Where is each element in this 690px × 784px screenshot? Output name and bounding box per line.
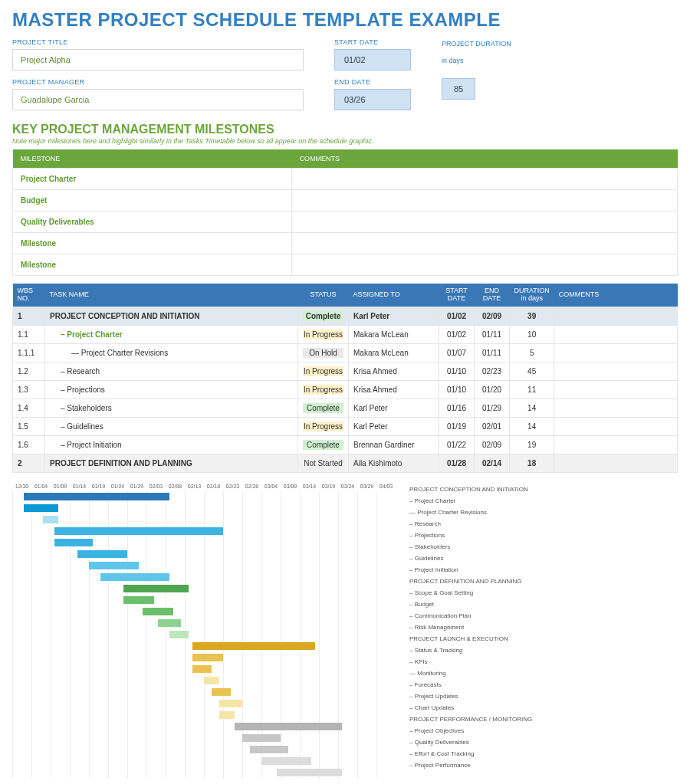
gantt-bar-row [12,710,396,721]
gantt-axis: 12/3001/0401/0901/1401/1901/2401/2902/03… [12,484,396,489]
milestone-row[interactable]: Milestone [13,233,678,254]
tasks-table: WBS NO. TASK NAME STATUS ASSIGNED TO STA… [12,284,678,473]
col-assigned: ASSIGNED TO [349,284,439,307]
task-row[interactable]: 2 PROJECT DEFINITION AND PLANNING Not St… [13,454,678,472]
end-date-input[interactable]: 03/26 [334,89,411,110]
col-taskname: TASK NAME [45,284,298,307]
gantt-bar-row [12,560,396,572]
gantt-row-label: PROJECT DEFINITION AND PLANNING [409,576,532,587]
gantt-bar-row [12,641,396,652]
milestones-table: MILESTONE COMMENTS Project Charter Budge… [12,149,678,276]
gantt-row-label: – Project Performance [409,759,532,771]
gantt-bar-row [12,733,396,744]
gantt-row-label: — Project Charter Revisions [409,507,532,518]
gantt-row-label: — Monitoring [409,668,532,679]
gantt-row-label: – Guidelines [409,553,532,564]
gantt-rows [12,491,396,779]
project-title-label: PROJECT TITLE [12,38,304,46]
project-meta: PROJECT TITLE Project Alpha PROJECT MANA… [12,38,678,110]
gantt-row-label: – Communication Plan [409,610,532,622]
col-comments: COMMENTS [554,284,678,307]
task-row[interactable]: 1.4 – Stakeholders Complete Karl Peter 0… [13,399,678,417]
gantt-bar-row [12,514,396,526]
gantt-row-label: – Effort & Cost Tracking [409,748,532,759]
gantt-labels: PROJECT CONCEPTION AND INITIATION– Proje… [409,484,532,779]
milestone-row[interactable]: Quality Deliverables [13,212,678,233]
task-row[interactable]: 1.6 – Project Initiation Complete Brenna… [13,435,678,454]
milestones-header: KEY PROJECT MANAGEMENT MILESTONES [12,123,678,136]
gantt-row-label: – Status & Tracking [409,645,532,656]
gantt-row-label: – Risk Management [409,622,532,633]
gantt-bar-row [12,572,396,583]
col-status: STATUS [298,284,349,307]
task-row[interactable]: 1.1.1 — Project Charter Revisions On Hol… [13,343,678,362]
project-manager-input[interactable]: Guadalupe Garcia [12,89,304,110]
task-row[interactable]: 1.5 – Guidelines In Progress Karl Peter … [13,417,678,435]
gantt-row-label: – Budget [409,599,532,610]
gantt-row-label: – Forecasts [409,679,532,691]
gantt-bar-row [12,549,396,560]
milestones-note: Note major milestones here and highlight… [12,137,678,145]
gantt-bar-row [12,675,396,687]
gantt-row-label: – Project Updates [409,691,532,702]
gantt-row-label: – Project Objectives [409,725,532,736]
gantt-bar-row [12,526,396,537]
gantt-row-label: – Quality Deliverables [409,736,532,748]
end-date-label: END DATE [334,78,411,86]
col-wbs: WBS NO. [13,284,45,307]
task-row[interactable]: 1.3 – Projections In Progress Krisa Ahme… [13,380,678,399]
start-date-label: START DATE [334,38,411,46]
gantt-bar-row [12,491,396,503]
gantt-bar-row [12,767,396,779]
gantt-row-label: PROJECT PERFORMANCE / MONITORING [409,713,532,725]
gantt-row-label: – Chart Updates [409,702,532,713]
gantt-chart: 12/3001/0401/0901/1401/1901/2401/2902/03… [12,484,678,779]
gantt-bar-row [12,595,396,606]
task-row[interactable]: 1.2 – Research In Progress Krisa Ahmed 0… [13,362,678,380]
col-duration: DURATION in days [510,284,554,307]
milestone-row[interactable]: Project Charter [13,169,678,190]
gantt-row-label: – Scope & Goal Setting [409,587,532,599]
gantt-bar-row [12,687,396,698]
gantt-row-label: – Project Charter [409,495,532,507]
gantt-row-label: PROJECT LAUNCH & EXECUTION [409,633,532,645]
gantt-row-label: – KPIs [409,656,532,668]
gantt-bar-row [12,744,396,756]
milestone-col-header: MILESTONE [13,149,292,169]
gantt-row-label: – Projections [409,530,532,541]
milestone-row[interactable]: Budget [13,190,678,212]
gantt-bar-row [12,503,396,514]
project-title-input[interactable]: Project Alpha [12,49,304,71]
gantt-row-label: – Stakeholders [409,541,532,553]
duration-sublabel: in days [442,57,511,64]
col-end: END DATE [475,284,510,307]
task-row[interactable]: 1.1 – Project Charter In Progress Makara… [13,325,678,343]
page-title: MASTER PROJECT SCHEDULE TEMPLATE EXAMPLE [12,9,678,31]
gantt-bar-row [12,629,396,641]
duration-label: PROJECT DURATION [442,40,511,48]
gantt-bar-row [12,537,396,549]
gantt-row-label: – Project Initiation [409,564,532,576]
gantt-bar-row [12,583,396,595]
gantt-row-label: PROJECT CONCEPTION AND INITIATION [409,484,532,495]
gantt-row-label: – Research [409,518,532,530]
gantt-bar-row [12,664,396,675]
project-manager-label: PROJECT MANAGER [12,78,304,86]
start-date-input[interactable]: 01/02 [334,49,411,71]
task-row[interactable]: 1 PROJECT CONCEPTION AND INITIATION Comp… [13,307,678,325]
gantt-bar-row [12,721,396,733]
gantt-bar-row [12,606,396,618]
col-start: START DATE [439,284,475,307]
gantt-bar-row [12,618,396,629]
gantt-bar-row [12,756,396,767]
gantt-bar-row [12,698,396,710]
milestone-row[interactable]: Milestone [13,254,678,276]
duration-value: 85 [442,78,475,100]
comments-col-header: COMMENTS [292,149,678,169]
gantt-bar-row [12,652,396,664]
